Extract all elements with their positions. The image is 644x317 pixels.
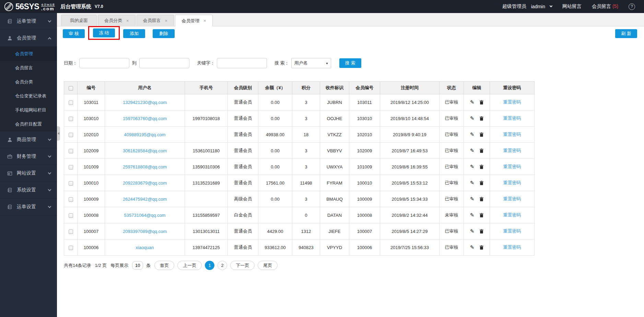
tab[interactable]: 我的桌面 bbox=[61, 15, 97, 26]
edit-icon[interactable]: ✎ bbox=[470, 116, 475, 121]
sidebar-group[interactable]: 网站设置 bbox=[0, 165, 57, 182]
trash-icon[interactable] bbox=[480, 116, 483, 121]
edit-icon[interactable]: ✎ bbox=[470, 100, 475, 105]
user-menu[interactable]: 超级管理员 iadmin bbox=[502, 3, 552, 10]
sidebar-subitem[interactable]: 会员留言 bbox=[0, 61, 57, 75]
search-button[interactable]: 搜 索 bbox=[339, 58, 361, 68]
tab[interactable]: 会员留言× bbox=[137, 15, 174, 26]
tab-close-icon[interactable]: × bbox=[165, 19, 168, 23]
edit-icon[interactable]: ✎ bbox=[470, 197, 475, 202]
username-link[interactable]: 535731064@qq.com bbox=[124, 213, 166, 218]
sidebar-subitem[interactable]: 会员分类 bbox=[0, 75, 57, 89]
trash-icon[interactable] bbox=[480, 132, 483, 137]
date-to-input[interactable] bbox=[139, 58, 189, 68]
row-checkbox[interactable] bbox=[69, 246, 73, 250]
sidebar-subitem[interactable]: 手机端网站栏目 bbox=[0, 103, 57, 117]
reset-password-link[interactable]: 重置密码 bbox=[503, 164, 521, 169]
prev-page-button[interactable]: 上一页 bbox=[177, 261, 202, 270]
audit-button[interactable]: 审 核 bbox=[63, 29, 85, 38]
reset-password-link[interactable]: 重置密码 bbox=[503, 116, 521, 121]
row-checkbox[interactable] bbox=[69, 101, 73, 105]
sidebar-subitem[interactable]: 仓位变更记录表 bbox=[0, 89, 57, 103]
username-link[interactable]: 3061628584@qq.com bbox=[123, 148, 167, 153]
tab[interactable]: 会员管理× bbox=[175, 15, 213, 26]
tab-close-icon[interactable]: × bbox=[203, 19, 206, 23]
trash-icon[interactable] bbox=[480, 229, 483, 234]
username-link[interactable]: 2624475942@qq.com bbox=[123, 197, 167, 202]
search-type-select[interactable]: 用户名 ▾ bbox=[291, 58, 331, 68]
table-row: 100008535731064@qq.com13155859597白金会员0DA… bbox=[64, 207, 535, 223]
next-page-button[interactable]: 下一页 bbox=[230, 261, 255, 270]
date-from-input[interactable] bbox=[79, 58, 129, 68]
row-checkbox[interactable] bbox=[69, 165, 73, 169]
row-checkbox[interactable] bbox=[69, 149, 73, 153]
page-info: 1/2 页 bbox=[95, 262, 107, 269]
sidebar-collapse-handle[interactable] bbox=[57, 126, 60, 141]
username-link[interactable]: 1329421230@qq.com bbox=[123, 100, 167, 105]
trash-icon[interactable] bbox=[480, 149, 483, 153]
cell-reg_time: 2019/8/2 14:32:44 bbox=[380, 207, 440, 223]
trash-icon[interactable] bbox=[480, 197, 483, 201]
reset-password-link[interactable]: 重置密码 bbox=[503, 245, 521, 250]
sidebar-group[interactable]: 财务管理 bbox=[0, 148, 57, 165]
username-link[interactable]: 2597618808@qq.com bbox=[123, 164, 167, 169]
row-checkbox[interactable] bbox=[69, 133, 73, 137]
trash-icon[interactable] bbox=[480, 213, 483, 218]
reset-password-link[interactable]: 重置密码 bbox=[503, 196, 521, 201]
trash-icon[interactable] bbox=[480, 245, 483, 250]
sidebar-subitem[interactable]: 会员管理 bbox=[0, 47, 57, 61]
add-button[interactable]: 添加 bbox=[123, 29, 145, 38]
edit-icon[interactable]: ✎ bbox=[470, 245, 475, 250]
edit-icon[interactable]: ✎ bbox=[470, 213, 475, 218]
row-checkbox[interactable] bbox=[69, 197, 73, 202]
trash-icon[interactable] bbox=[480, 100, 483, 105]
select-all-checkbox[interactable] bbox=[69, 86, 73, 91]
page-number-button[interactable]: 1 bbox=[205, 261, 214, 270]
edit-icon[interactable]: ✎ bbox=[470, 132, 475, 137]
username-link[interactable]: 1597063760@qq.com bbox=[123, 116, 167, 121]
row-checkbox[interactable] bbox=[69, 117, 73, 121]
username-link[interactable]: 2093397089@qq.com bbox=[123, 229, 167, 234]
cell-id: 102010 bbox=[78, 127, 105, 143]
tab-close-icon[interactable]: × bbox=[126, 19, 129, 23]
nav-site-messages[interactable]: 网站留言 bbox=[562, 3, 582, 10]
sidebar-group[interactable]: 会员管理 bbox=[0, 30, 57, 47]
nav-member-messages[interactable]: 会员留言 (5) bbox=[592, 3, 618, 10]
reset-password-link[interactable]: 重置密码 bbox=[503, 99, 521, 105]
help-icon[interactable]: ? bbox=[629, 3, 635, 10]
username-link[interactable]: xiaoquan bbox=[136, 245, 154, 250]
sidebar-group[interactable]: 运单管理 bbox=[0, 13, 57, 30]
trash-icon[interactable] bbox=[480, 165, 483, 169]
edit-icon[interactable]: ✎ bbox=[470, 148, 475, 153]
reset-password-link[interactable]: 重置密码 bbox=[503, 228, 521, 234]
sidebar-group[interactable]: 商品管理 bbox=[0, 131, 57, 148]
sidebar-group[interactable]: 运单设置 bbox=[0, 199, 57, 215]
edit-icon[interactable]: ✎ bbox=[470, 180, 475, 186]
sidebar-group-label: 运单设置 bbox=[17, 204, 36, 210]
sidebar-subitem[interactable]: 会员栏目配置 bbox=[0, 117, 57, 131]
reset-password-link[interactable]: 重置密码 bbox=[503, 148, 521, 153]
keyword-input[interactable] bbox=[217, 58, 267, 68]
page-number-button[interactable]: 2 bbox=[218, 261, 227, 270]
username-link[interactable]: 2092283679@qq.com bbox=[123, 180, 167, 186]
edit-icon[interactable]: ✎ bbox=[470, 164, 475, 169]
per-page-input[interactable] bbox=[132, 261, 143, 270]
row-checkbox[interactable] bbox=[69, 181, 73, 186]
freeze-button[interactable]: 冻 结 bbox=[93, 28, 115, 37]
row-checkbox[interactable] bbox=[69, 230, 73, 234]
username-link[interactable]: 409889195@qq.com bbox=[124, 132, 166, 137]
edit-icon[interactable]: ✎ bbox=[470, 229, 475, 234]
delete-button[interactable]: 删除 bbox=[153, 29, 175, 38]
last-page-button[interactable]: 尾页 bbox=[258, 261, 278, 270]
refresh-button[interactable]: 刷 新 bbox=[615, 29, 637, 38]
reset-password-link[interactable]: 重置密码 bbox=[503, 180, 521, 185]
row-checkbox[interactable] bbox=[69, 213, 73, 218]
reset-password-link[interactable]: 重置密码 bbox=[503, 132, 521, 137]
first-page-button[interactable]: 首页 bbox=[154, 261, 174, 270]
reset-password-link[interactable]: 重置密码 bbox=[503, 212, 521, 218]
cell-member_id: 103010 bbox=[349, 110, 380, 127]
tab[interactable]: 会员分类× bbox=[98, 15, 136, 26]
cell-edit: ✎ bbox=[464, 223, 490, 239]
sidebar-group[interactable]: 系统设置 bbox=[0, 182, 57, 199]
trash-icon[interactable] bbox=[480, 181, 483, 185]
